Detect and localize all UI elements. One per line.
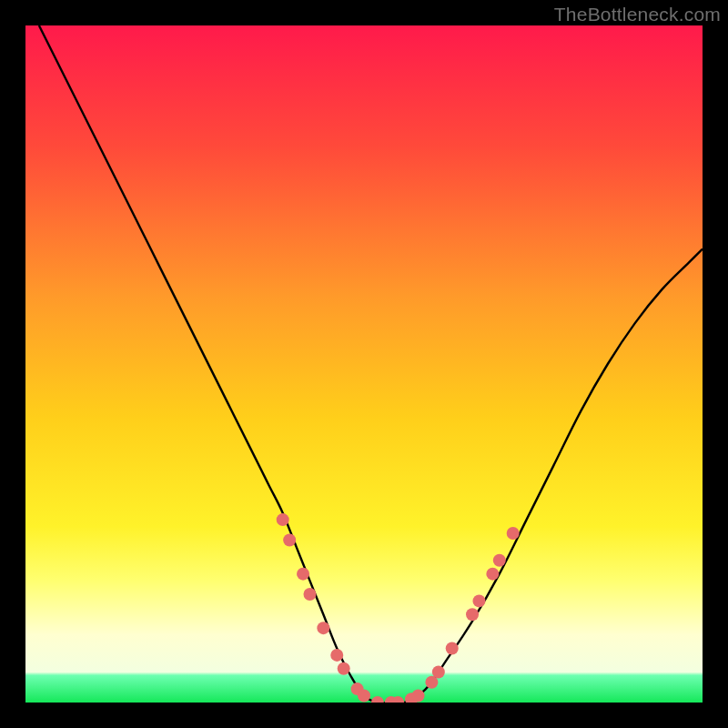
- chart-svg: [25, 25, 703, 703]
- data-marker: [283, 533, 296, 546]
- data-marker: [371, 696, 384, 703]
- data-marker: [330, 649, 343, 662]
- data-marker: [472, 594, 485, 607]
- plot-area: [25, 25, 703, 703]
- data-marker: [493, 554, 506, 567]
- data-marker: [446, 642, 459, 654]
- outer-frame: TheBottleneck.com: [0, 0, 728, 728]
- watermark-text: TheBottleneck.com: [554, 4, 721, 25]
- data-marker: [297, 568, 309, 581]
- data-marker: [277, 513, 289, 526]
- data-marker: [466, 608, 479, 621]
- data-marker: [317, 622, 329, 634]
- bottleneck-curve: [39, 25, 703, 703]
- data-marker: [338, 662, 350, 675]
- marker-group: [277, 513, 520, 703]
- data-marker: [432, 666, 445, 679]
- data-marker: [507, 527, 520, 540]
- data-marker: [486, 568, 499, 581]
- data-marker: [412, 690, 425, 703]
- data-marker: [358, 690, 370, 703]
- data-marker: [303, 588, 316, 601]
